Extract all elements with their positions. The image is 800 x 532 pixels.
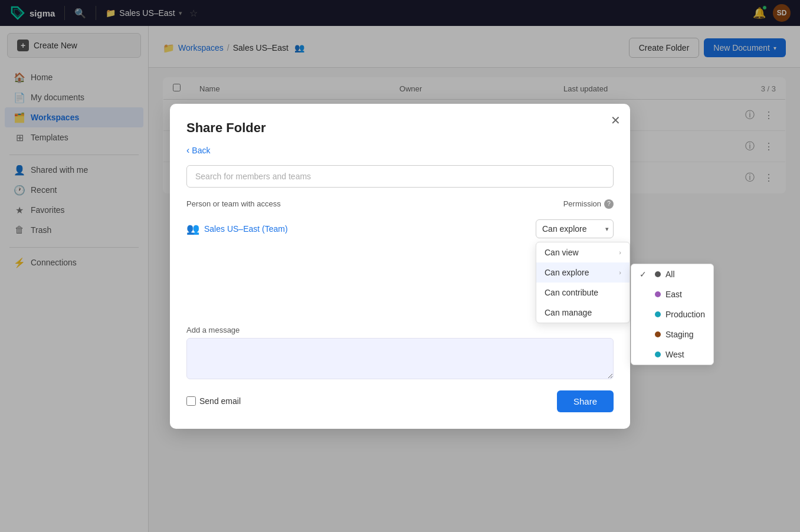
dropdown-item-can-explore-label: Can explore xyxy=(545,268,589,277)
check-icon: ✓ xyxy=(640,270,650,279)
back-link[interactable]: ‹ Back xyxy=(186,145,614,156)
empty-check-3: ✓ xyxy=(640,330,650,339)
permission-label-wrap: Permission ? xyxy=(563,199,614,209)
member-search-input[interactable] xyxy=(186,165,614,188)
dropdown-item-can-contribute[interactable]: Can contribute xyxy=(536,283,629,303)
east-dot xyxy=(655,291,661,297)
submenu-staging-label: Staging xyxy=(665,330,693,339)
permission-dropdown-menu: Can view › Can explore › Can contribute … xyxy=(536,242,630,323)
message-section: Add a message xyxy=(186,326,614,381)
staging-dot xyxy=(655,331,661,337)
submenu-production-label: Production xyxy=(665,310,705,319)
empty-check-4: ✓ xyxy=(640,350,650,359)
team-people-icon: 👥 xyxy=(186,222,199,235)
permission-select-wrap: Can view Can explore Can contribute Can … xyxy=(536,219,614,238)
submenu-all-label: All xyxy=(665,270,675,279)
production-dot xyxy=(655,311,661,317)
all-dot xyxy=(655,271,661,277)
permissions-header: Person or team with access Permission ? xyxy=(186,199,614,209)
submenu-item-production[interactable]: ✓ Production xyxy=(631,304,713,324)
person-team-label: Person or team with access xyxy=(186,199,281,208)
dropdown-item-can-manage[interactable]: Can manage xyxy=(536,303,629,323)
can-explore-submenu: ✓ All ✓ East ✓ Production xyxy=(631,264,714,365)
permission-select[interactable]: Can view Can explore Can contribute Can … xyxy=(536,219,614,238)
modal-title-prefix: Share xyxy=(186,120,226,135)
modal-overlay[interactable]: ✕ Share Folder ‹ Back Person or team wit… xyxy=(0,0,800,532)
empty-check: ✓ xyxy=(640,290,650,299)
send-email-wrap: Send email xyxy=(186,396,241,406)
submenu-item-west[interactable]: ✓ West xyxy=(631,344,713,364)
back-arrow-icon: ‹ xyxy=(186,145,189,156)
send-email-checkbox[interactable] xyxy=(186,396,196,406)
permission-help-icon[interactable]: ? xyxy=(604,199,614,209)
submenu-item-east[interactable]: ✓ East xyxy=(631,284,713,304)
modal-title: Share Folder xyxy=(186,120,614,136)
permission-label: Permission xyxy=(563,199,601,208)
chevron-right-icon: › xyxy=(619,249,621,256)
share-button[interactable]: Share xyxy=(557,390,614,412)
share-folder-modal: ✕ Share Folder ‹ Back Person or team wit… xyxy=(170,104,630,429)
team-name-cell: 👥 Sales US–East (Team) xyxy=(186,222,288,235)
send-email-label: Send email xyxy=(199,396,241,406)
modal-footer: Send email Share xyxy=(186,390,614,412)
back-label: Back xyxy=(192,146,210,155)
modal-title-bold: Folder xyxy=(226,120,265,135)
submenu-item-staging[interactable]: ✓ Staging xyxy=(631,324,713,344)
dropdown-item-can-view[interactable]: Can view › xyxy=(536,242,629,262)
permission-dropdown-container: Can view Can explore Can contribute Can … xyxy=(536,219,614,238)
add-message-label: Add a message xyxy=(186,326,614,334)
team-access-row: 👥 Sales US–East (Team) Can view Can expl… xyxy=(186,215,614,243)
message-textarea[interactable] xyxy=(186,338,614,379)
modal-close-button[interactable]: ✕ xyxy=(611,113,621,127)
dropdown-item-can-manage-label: Can manage xyxy=(545,308,592,317)
chevron-right-icon-2: › xyxy=(619,269,621,276)
empty-check-2: ✓ xyxy=(640,310,650,319)
submenu-west-label: West xyxy=(665,350,684,359)
submenu-item-all[interactable]: ✓ All xyxy=(631,264,713,284)
west-dot xyxy=(655,352,661,357)
submenu-east-label: East xyxy=(665,290,682,299)
dropdown-item-can-explore[interactable]: Can explore › xyxy=(536,262,629,283)
dropdown-item-can-view-label: Can view xyxy=(545,248,579,257)
dropdown-item-can-contribute-label: Can contribute xyxy=(545,288,598,297)
team-name-label: Sales US–East (Team) xyxy=(204,224,288,234)
